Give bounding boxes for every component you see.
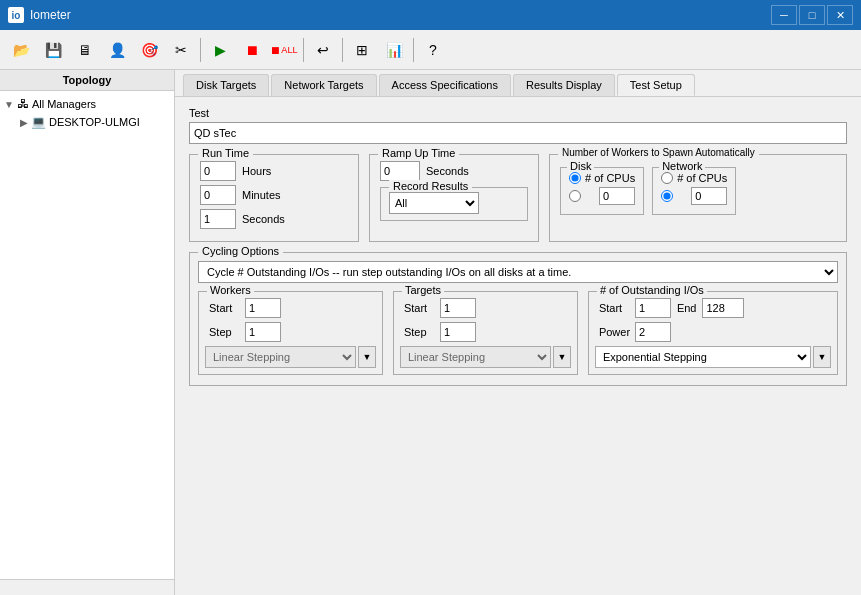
spawn-disk-title: Disk	[567, 160, 594, 172]
tab-bar: Disk Targets Network Targets Access Spec…	[175, 70, 861, 97]
spawn-disk-group: Disk # of CPUs	[560, 167, 644, 215]
workers-step-input[interactable]	[245, 322, 281, 342]
ios-start-label: Start	[599, 302, 629, 314]
minutes-input[interactable]	[200, 185, 236, 205]
ramp-seconds-label: Seconds	[426, 165, 469, 177]
ios-stepping-row: Exponential Stepping Linear Stepping ▼	[595, 346, 831, 368]
net-radio-cpus-label: # of CPUs	[677, 172, 727, 184]
delete-button[interactable]: ✂	[166, 36, 196, 64]
start-button[interactable]: ▶	[205, 36, 235, 64]
cycle-cols: Workers Start Step Linear Stepping	[198, 291, 838, 375]
net-radio-value[interactable]	[661, 190, 673, 202]
run-time-title: Run Time	[198, 147, 253, 159]
tab-test-setup[interactable]: Test Setup	[617, 74, 695, 96]
expand-icon: ▼	[4, 99, 14, 110]
ios-power-label: Power	[599, 326, 629, 338]
workers-step-row: Step	[209, 322, 372, 342]
workers-start-input[interactable]	[245, 298, 281, 318]
cycle-select-row: Cycle # Outstanding I/Os -- run step out…	[198, 261, 838, 283]
net-radio-value-row	[661, 187, 727, 205]
tab-network-targets[interactable]: Network Targets	[271, 74, 376, 96]
help-button[interactable]: ?	[418, 36, 448, 64]
spawn-network-group: Network # of CPUs	[652, 167, 736, 215]
targets-stepping-btn[interactable]: ▼	[553, 346, 571, 368]
workers-col-group: Workers Start Step Linear Stepping	[198, 291, 383, 375]
chart-button[interactable]: 📊	[379, 36, 409, 64]
ios-stepping-select[interactable]: Exponential Stepping Linear Stepping	[595, 346, 811, 368]
disk-radio-cpus[interactable]	[569, 172, 581, 184]
workers-start-row: Start	[209, 298, 372, 318]
worker-button[interactable]: 👤	[102, 36, 132, 64]
computer-icon: 💻	[31, 115, 46, 129]
computer-label: DESKTOP-ULMGI	[49, 116, 140, 128]
tab-access-specifications[interactable]: Access Specifications	[379, 74, 511, 96]
record-results-title: Record Results	[389, 180, 472, 192]
targets-step-input[interactable]	[440, 322, 476, 342]
disk-radio-value[interactable]	[569, 190, 581, 202]
sidebar-scrollbar[interactable]	[0, 579, 174, 595]
disk-radio-value-row	[569, 187, 635, 205]
workers-col-title: Workers	[207, 284, 254, 296]
close-button[interactable]: ✕	[827, 5, 853, 25]
targets-col-title: Targets	[402, 284, 444, 296]
disk-radio-cpus-row: # of CPUs	[569, 172, 635, 184]
minutes-label: Minutes	[242, 189, 281, 201]
save-button[interactable]: 💾	[38, 36, 68, 64]
title-bar: io Iometer ─ □ ✕	[0, 0, 861, 30]
ramp-row: Seconds	[380, 161, 528, 181]
seconds-row: Seconds	[200, 209, 348, 229]
saveas-button[interactable]: 🖥	[70, 36, 100, 64]
cycle-select[interactable]: Cycle # Outstanding I/Os -- run step out…	[198, 261, 838, 283]
spawn-network-title: Network	[659, 160, 705, 172]
targets-step-row: Step	[404, 322, 567, 342]
grid-button[interactable]: ⊞	[347, 36, 377, 64]
net-radio-cpus[interactable]	[661, 172, 673, 184]
app-title: Iometer	[30, 8, 71, 22]
sidebar: Topology ▼ 🖧 All Managers ▶ 💻 DESKTOP-UL…	[0, 70, 175, 595]
minutes-row: Minutes	[200, 185, 348, 205]
tab-disk-targets[interactable]: Disk Targets	[183, 74, 269, 96]
restore-button[interactable]: □	[799, 5, 825, 25]
test-input[interactable]	[189, 122, 847, 144]
targets-stepping-select[interactable]: Linear Stepping	[400, 346, 551, 368]
stopall-button[interactable]: ⏹ALL	[269, 36, 299, 64]
app-icon: io	[8, 7, 24, 23]
groups-row-1: Run Time Hours Minutes Seconds	[189, 154, 847, 242]
targets-col-group: Targets Start Step Linear Stepping	[393, 291, 578, 375]
expand-child-icon: ▶	[20, 117, 28, 128]
content-panel: Disk Targets Network Targets Access Spec…	[175, 70, 861, 595]
reset-button[interactable]: ↩	[308, 36, 338, 64]
tree-computer[interactable]: ▶ 💻 DESKTOP-ULMGI	[20, 113, 170, 131]
ios-stepping-btn[interactable]: ▼	[813, 346, 831, 368]
toolbar-separator2	[303, 38, 304, 62]
workers-stepping-btn[interactable]: ▼	[358, 346, 376, 368]
ramp-up-group: Ramp Up Time Seconds Record Results All …	[369, 154, 539, 242]
tab-results-display[interactable]: Results Display	[513, 74, 615, 96]
ios-end-input[interactable]	[702, 298, 744, 318]
targets-start-input[interactable]	[440, 298, 476, 318]
ramp-up-title: Ramp Up Time	[378, 147, 459, 159]
form-area: Test Run Time Hours Minutes	[175, 97, 861, 595]
workers-stepping-select[interactable]: Linear Stepping	[205, 346, 356, 368]
main-area: Topology ▼ 🖧 All Managers ▶ 💻 DESKTOP-UL…	[0, 70, 861, 595]
ios-power-input[interactable]	[635, 322, 671, 342]
ios-start-input[interactable]	[635, 298, 671, 318]
minimize-button[interactable]: ─	[771, 5, 797, 25]
workers-stepping-row: Linear Stepping ▼	[205, 346, 376, 368]
hours-input[interactable]	[200, 161, 236, 181]
stop-button[interactable]: ⏹	[237, 36, 267, 64]
open-button[interactable]: 📂	[6, 36, 36, 64]
net-radio-cpus-row: # of CPUs	[661, 172, 727, 184]
seconds-input[interactable]	[200, 209, 236, 229]
toolbar-separator3	[342, 38, 343, 62]
tree-all-managers[interactable]: ▼ 🖧 All Managers	[4, 95, 170, 113]
record-results-select[interactable]: All None First Last	[389, 192, 479, 214]
spawn-workers-group: Number of Workers to Spawn Automatically…	[549, 154, 847, 242]
ramp-input[interactable]	[380, 161, 420, 181]
cycling-title: Cycling Options	[198, 245, 283, 257]
target-button[interactable]: 🎯	[134, 36, 164, 64]
net-spawn-input[interactable]	[691, 187, 727, 205]
hours-row: Hours	[200, 161, 348, 181]
spawn-inner: Disk # of CPUs Netw	[560, 167, 836, 215]
disk-spawn-input[interactable]	[599, 187, 635, 205]
